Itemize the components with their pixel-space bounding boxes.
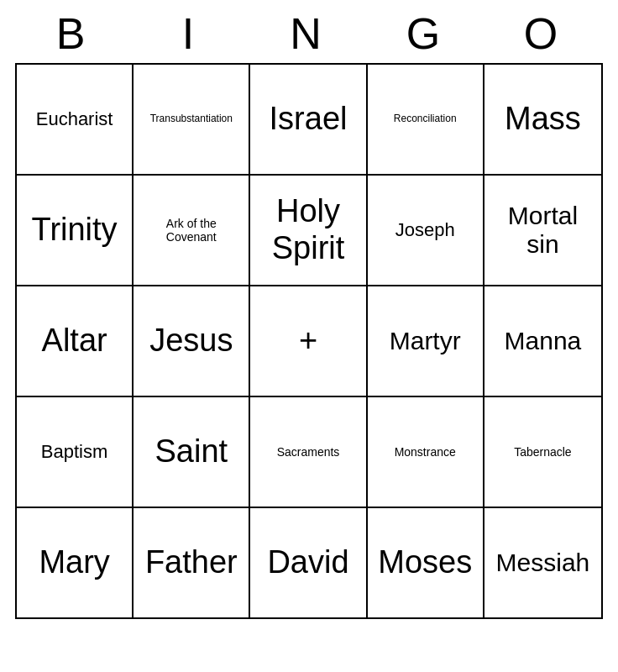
bingo-cell-4-1[interactable]: Baptism bbox=[17, 397, 134, 507]
cell-text: Martyr bbox=[390, 327, 461, 356]
cell-text: Altar bbox=[42, 323, 107, 360]
cell-text: Father bbox=[145, 544, 238, 581]
bingo-cell-3-1[interactable]: Altar bbox=[17, 286, 134, 396]
bingo-letter-n: N bbox=[254, 8, 364, 59]
bingo-letter-o: O bbox=[490, 8, 599, 59]
cell-text: Mass bbox=[505, 101, 581, 138]
cell-text: Mortal sin bbox=[491, 202, 594, 260]
bingo-row-4: BaptismSaintSacramentsMonstranceTabernac… bbox=[17, 397, 601, 508]
bingo-cell-5-2[interactable]: Father bbox=[134, 508, 250, 617]
cell-text: Sacraments bbox=[277, 445, 340, 459]
cell-text: Baptism bbox=[41, 441, 107, 462]
bingo-cell-2-3[interactable]: Holy Spirit bbox=[250, 176, 367, 285]
bingo-row-5: MaryFatherDavidMosesMessiah bbox=[17, 508, 601, 617]
bingo-cell-1-2[interactable]: Transubstantiation bbox=[134, 65, 250, 174]
bingo-cell-1-5[interactable]: Mass bbox=[484, 65, 601, 174]
bingo-letter-g: G bbox=[372, 8, 481, 59]
bingo-row-3: AltarJesus+MartyrManna bbox=[17, 286, 601, 397]
bingo-cell-2-4[interactable]: Joseph bbox=[368, 176, 484, 285]
bingo-cell-4-3[interactable]: Sacraments bbox=[250, 397, 367, 507]
cell-text: + bbox=[299, 323, 317, 360]
bingo-row-2: TrinityArk of the CovenantHoly SpiritJos… bbox=[17, 176, 601, 286]
bingo-cell-3-2[interactable]: Jesus bbox=[134, 286, 250, 396]
cell-text: Monstrance bbox=[395, 445, 456, 459]
bingo-cell-5-4[interactable]: Moses bbox=[368, 508, 484, 617]
cell-text: Saint bbox=[154, 433, 228, 470]
bingo-cell-4-5[interactable]: Tabernacle bbox=[484, 397, 601, 507]
bingo-letter-i: I bbox=[137, 8, 246, 59]
cell-text: Tabernacle bbox=[514, 445, 572, 459]
bingo-row-1: EucharistTransubstantiationIsraelReconci… bbox=[17, 65, 601, 176]
cell-text: Trinity bbox=[32, 212, 118, 249]
cell-text: Jesus bbox=[149, 323, 233, 360]
cell-text: Mary bbox=[39, 544, 109, 581]
cell-text: Messiah bbox=[496, 549, 590, 578]
cell-text: Israel bbox=[270, 101, 348, 138]
bingo-cell-2-1[interactable]: Trinity bbox=[17, 176, 134, 285]
cell-text: Moses bbox=[378, 544, 472, 581]
cell-text: Joseph bbox=[395, 219, 455, 240]
bingo-header: BINGO bbox=[15, 0, 603, 63]
bingo-cell-5-5[interactable]: Messiah bbox=[484, 508, 601, 617]
bingo-grid: EucharistTransubstantiationIsraelReconci… bbox=[15, 63, 603, 619]
bingo-cell-3-4[interactable]: Martyr bbox=[368, 286, 484, 396]
bingo-cell-2-5[interactable]: Mortal sin bbox=[484, 176, 601, 285]
bingo-cell-5-3[interactable]: David bbox=[250, 508, 367, 617]
bingo-cell-2-2[interactable]: Ark of the Covenant bbox=[134, 176, 250, 285]
bingo-letter-b: B bbox=[19, 8, 128, 59]
bingo-cell-1-4[interactable]: Reconciliation bbox=[368, 65, 484, 174]
bingo-cell-1-1[interactable]: Eucharist bbox=[17, 65, 134, 174]
cell-text: Reconciliation bbox=[394, 113, 457, 125]
cell-text: David bbox=[267, 544, 348, 581]
cell-text: Holy Spirit bbox=[257, 193, 359, 266]
bingo-cell-4-4[interactable]: Monstrance bbox=[368, 397, 484, 507]
cell-text: Ark of the Covenant bbox=[140, 217, 242, 244]
bingo-cell-3-3[interactable]: + bbox=[250, 286, 367, 396]
bingo-cell-5-1[interactable]: Mary bbox=[17, 508, 134, 617]
cell-text: Eucharist bbox=[36, 108, 113, 129]
cell-text: Manna bbox=[505, 327, 582, 356]
bingo-cell-3-5[interactable]: Manna bbox=[484, 286, 601, 396]
cell-text: Transubstantiation bbox=[150, 113, 233, 125]
bingo-cell-4-2[interactable]: Saint bbox=[134, 397, 250, 507]
bingo-cell-1-3[interactable]: Israel bbox=[250, 65, 367, 174]
